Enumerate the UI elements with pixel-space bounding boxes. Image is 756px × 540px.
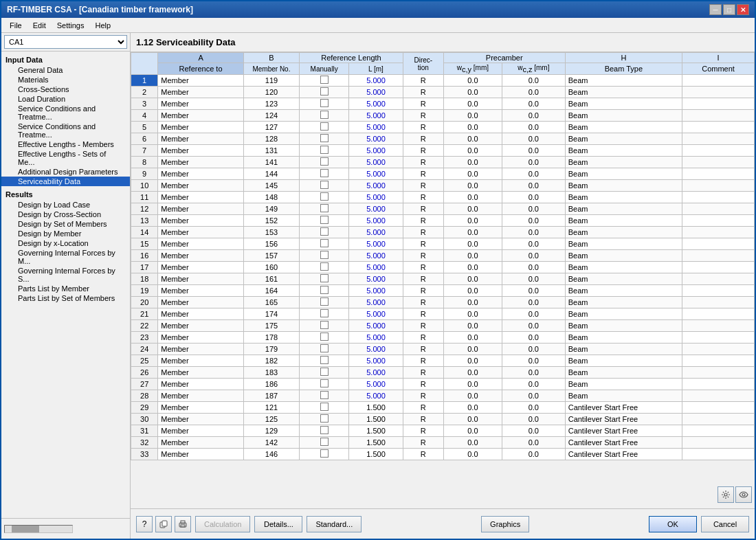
cell-beam-type[interactable]: Beam [565, 344, 682, 355]
table-row[interactable]: 21Member1745.000R0.00.0Beam [131, 308, 755, 320]
cell-manually[interactable] [300, 227, 349, 238]
table-row[interactable]: 25Member1825.000R0.00.0Beam [131, 355, 755, 367]
cell-manually[interactable] [300, 273, 349, 285]
cell-member-no[interactable]: 142 [243, 437, 299, 449]
nav-item-design-set-members[interactable]: Design by Set of Members [1, 219, 130, 229]
cell-wcy[interactable]: 0.0 [443, 297, 502, 308]
cell-reference[interactable]: Member [158, 250, 244, 262]
cell-beam-type[interactable]: Beam [565, 250, 682, 262]
checkbox[interactable] [320, 321, 329, 329]
cell-wcy[interactable]: 0.0 [443, 367, 502, 379]
checkbox[interactable] [320, 391, 329, 399]
cell-wcz[interactable]: 0.0 [502, 98, 565, 110]
cell-length[interactable]: 5.000 [349, 122, 403, 133]
table-row[interactable]: 3Member1235.000R0.00.0Beam [131, 98, 755, 110]
table-row[interactable]: 11Member1485.000R0.00.0Beam [131, 192, 755, 203]
cell-comment[interactable] [682, 227, 755, 238]
cell-wcz[interactable]: 0.0 [502, 180, 565, 192]
cell-wcz[interactable]: 0.0 [502, 227, 565, 238]
cell-member-no[interactable]: 124 [243, 110, 299, 122]
cell-manually[interactable] [300, 402, 349, 414]
cell-length[interactable]: 5.000 [349, 308, 403, 320]
cell-reference[interactable]: Member [158, 180, 244, 192]
cell-wcy[interactable]: 0.0 [443, 157, 502, 168]
table-row[interactable]: 12Member1495.000R0.00.0Beam [131, 203, 755, 215]
cell-manually[interactable] [300, 344, 349, 355]
cell-wcy[interactable]: 0.0 [443, 250, 502, 262]
cell-length[interactable]: 5.000 [349, 180, 403, 192]
cell-wcy[interactable]: 0.0 [443, 215, 502, 227]
cell-wcz[interactable]: 0.0 [502, 75, 565, 87]
cell-reference[interactable]: Member [158, 402, 244, 414]
cell-beam-type[interactable]: Beam [565, 122, 682, 133]
cell-comment[interactable] [682, 215, 755, 227]
cell-length[interactable]: 5.000 [349, 379, 403, 390]
table-row[interactable]: 17Member1605.000R0.00.0Beam [131, 262, 755, 273]
cell-wcy[interactable]: 0.0 [443, 145, 502, 157]
nav-item-service-cond-2[interactable]: Service Conditions and Treatme... [1, 122, 130, 139]
cell-beam-type[interactable]: Beam [565, 390, 682, 402]
cell-member-no[interactable]: 145 [243, 180, 299, 192]
table-row[interactable]: 18Member1615.000R0.00.0Beam [131, 273, 755, 285]
cell-length[interactable]: 5.000 [349, 145, 403, 157]
cell-manually[interactable] [300, 320, 349, 332]
nav-item-cross-sections[interactable]: Cross-Sections [1, 85, 130, 94]
cell-reference[interactable]: Member [158, 449, 244, 460]
table-container[interactable]: A B Reference Length Direc-tion Precambe… [131, 52, 755, 508]
table-row[interactable]: 15Member1565.000R0.00.0Beam [131, 238, 755, 250]
cell-beam-type[interactable]: Beam [565, 215, 682, 227]
cell-beam-type[interactable]: Beam [565, 332, 682, 344]
cell-length[interactable]: 1.500 [349, 402, 403, 414]
cell-member-no[interactable]: 161 [243, 273, 299, 285]
checkbox[interactable] [320, 414, 329, 423]
table-row[interactable]: 24Member1795.000R0.00.0Beam [131, 344, 755, 355]
checkbox[interactable] [320, 76, 329, 84]
cell-length[interactable]: 5.000 [349, 262, 403, 273]
cell-comment[interactable] [682, 262, 755, 273]
cell-member-no[interactable]: 119 [243, 75, 299, 87]
cell-length[interactable]: 5.000 [349, 332, 403, 344]
cell-member-no[interactable]: 141 [243, 157, 299, 168]
cell-member-no[interactable]: 148 [243, 192, 299, 203]
cell-manually[interactable] [300, 157, 349, 168]
cell-reference[interactable]: Member [158, 320, 244, 332]
cell-comment[interactable] [682, 355, 755, 367]
cell-member-no[interactable]: 182 [243, 355, 299, 367]
table-row[interactable]: 2Member1205.000R0.00.0Beam [131, 87, 755, 98]
checkbox[interactable] [320, 356, 329, 364]
cell-length[interactable]: 5.000 [349, 227, 403, 238]
cell-wcz[interactable]: 0.0 [502, 285, 565, 297]
nav-item-design-member[interactable]: Design by Member [1, 229, 130, 238]
cell-reference[interactable]: Member [158, 367, 244, 379]
cell-wcz[interactable]: 0.0 [502, 215, 565, 227]
cell-reference[interactable]: Member [158, 110, 244, 122]
cell-manually[interactable] [300, 425, 349, 437]
nav-item-materials[interactable]: Materials [1, 75, 130, 85]
cell-beam-type[interactable]: Beam [565, 297, 682, 308]
cell-length[interactable]: 5.000 [349, 192, 403, 203]
cell-wcz[interactable]: 0.0 [502, 192, 565, 203]
table-row[interactable]: 22Member1755.000R0.00.0Beam [131, 320, 755, 332]
cell-reference[interactable]: Member [158, 262, 244, 273]
cell-member-no[interactable]: 144 [243, 168, 299, 180]
cell-length[interactable]: 1.500 [349, 437, 403, 449]
checkbox[interactable] [320, 122, 329, 131]
cell-member-no[interactable]: 157 [243, 250, 299, 262]
cell-wcy[interactable]: 0.0 [443, 273, 502, 285]
checkbox[interactable] [320, 239, 329, 247]
cell-beam-type[interactable]: Beam [565, 320, 682, 332]
settings-icon-btn[interactable] [718, 486, 734, 503]
cell-beam-type[interactable]: Cantilever Start Free [565, 425, 682, 437]
nav-item-gov-internal-m[interactable]: Governing Internal Forces by M... [1, 248, 130, 266]
cell-comment[interactable] [682, 98, 755, 110]
table-row[interactable]: 26Member1835.000R0.00.0Beam [131, 367, 755, 379]
checkbox[interactable] [320, 368, 329, 376]
checkbox[interactable] [320, 344, 329, 352]
cell-length[interactable]: 1.500 [349, 414, 403, 425]
cell-comment[interactable] [682, 437, 755, 449]
table-row[interactable]: 33Member1461.500R0.00.0Cantilever Start … [131, 449, 755, 460]
checkbox[interactable] [320, 216, 329, 224]
cell-wcz[interactable]: 0.0 [502, 344, 565, 355]
table-row[interactable]: 23Member1785.000R0.00.0Beam [131, 332, 755, 344]
cell-wcz[interactable]: 0.0 [502, 238, 565, 250]
